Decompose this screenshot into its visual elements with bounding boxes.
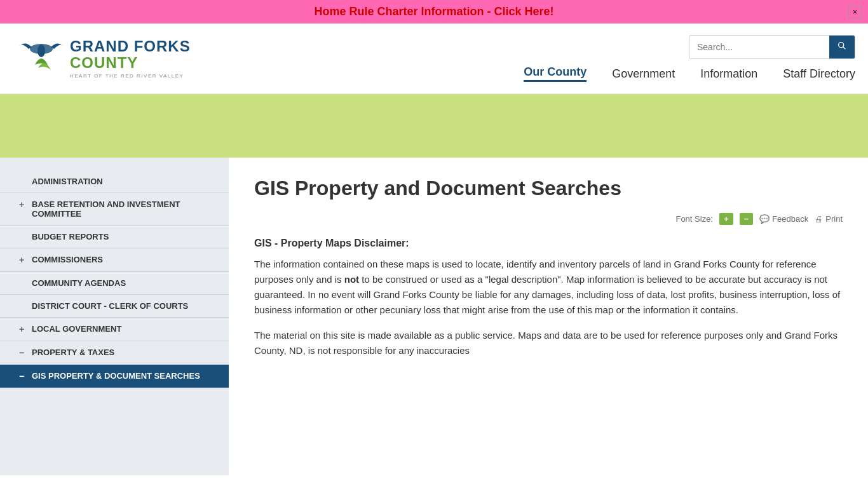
hero-banner xyxy=(0,94,868,158)
sidebar-toggle-property-taxes: − xyxy=(19,348,27,358)
search-bar xyxy=(689,35,855,59)
sidebar-label-administration: ADMINISTRATION xyxy=(32,177,103,186)
banner-link[interactable]: Home Rule Charter Information - Click He… xyxy=(314,5,553,18)
header-right: Our County Government Information Staff … xyxy=(524,35,855,82)
feedback-label: Feedback xyxy=(772,214,808,224)
content-paragraph-1: The information contained on these maps … xyxy=(254,257,843,318)
sidebar-item-base-retention[interactable]: + BASE RETENTION AND INVESTMENT COMMITTE… xyxy=(0,193,229,226)
main-layout: ADMINISTRATION + BASE RETENTION AND INVE… xyxy=(0,158,868,475)
banner-close-button[interactable]: × xyxy=(848,6,862,18)
sidebar-label-base-retention: BASE RETENTION AND INVESTMENT COMMITTEE xyxy=(32,200,216,219)
site-logo[interactable]: GRAND FORKS COUNTY HEART OF THE RED RIVE… xyxy=(13,30,191,87)
sidebar-label-district-court: DISTRICT COURT - CLERK OF COURTS xyxy=(32,301,188,311)
feedback-button[interactable]: 💬 Feedback xyxy=(759,214,808,224)
search-input[interactable] xyxy=(689,37,829,57)
sidebar-label-property-taxes: PROPERTY & TAXES xyxy=(32,348,114,357)
page-title: GIS Property and Document Searches xyxy=(254,177,843,200)
sidebar-label-gis-search: GIS Property & Document Searches xyxy=(32,371,200,381)
svg-line-3 xyxy=(843,46,845,49)
sidebar: ADMINISTRATION + BASE RETENTION AND INVE… xyxy=(0,158,229,475)
feedback-icon: 💬 xyxy=(759,214,770,224)
logo-line1: GRAND FORKS xyxy=(70,38,191,55)
nav-item-our-county[interactable]: Our County xyxy=(524,65,587,82)
sidebar-item-commissioners[interactable]: + COMMISSIONERS xyxy=(0,248,229,272)
sidebar-item-property-taxes[interactable]: − PROPERTY & TAXES xyxy=(0,341,229,365)
sidebar-item-budget-reports[interactable]: BUDGET REPORTS xyxy=(0,226,229,248)
print-icon: 🖨 xyxy=(815,214,823,224)
sidebar-toggle-local-government: + xyxy=(19,324,27,334)
content-area: GIS Property and Document Searches Font … xyxy=(229,158,868,475)
search-button[interactable] xyxy=(829,36,855,58)
sidebar-toggle-gis-search: − xyxy=(19,371,27,381)
sidebar-label-budget-reports: BUDGET REPORTS xyxy=(32,232,109,241)
font-controls: Font Size: + − 💬 Feedback 🖨 Print xyxy=(254,213,843,225)
print-label: Print xyxy=(825,214,843,224)
sidebar-item-community-agendas[interactable]: COMMUNITY AGENDAS xyxy=(0,272,229,295)
font-decrease-button[interactable]: − xyxy=(740,213,754,225)
sidebar-item-administration[interactable]: ADMINISTRATION xyxy=(0,170,229,193)
svg-point-1 xyxy=(37,44,45,57)
print-button[interactable]: 🖨 Print xyxy=(815,214,843,224)
nav-item-information[interactable]: Information xyxy=(700,67,757,81)
site-header: GRAND FORKS COUNTY HEART OF THE RED RIVE… xyxy=(0,24,868,94)
content-paragraph-2: The material on this site is made availa… xyxy=(254,328,843,358)
sidebar-toggle-commissioners: + xyxy=(19,255,27,265)
svg-rect-7 xyxy=(254,137,635,158)
font-increase-button[interactable]: + xyxy=(719,213,733,225)
announcement-banner: Home Rule Charter Information - Click He… xyxy=(0,0,868,24)
disclaimer-heading: GIS - Property Maps Disclaimer: xyxy=(254,238,843,249)
sidebar-item-district-court[interactable]: DISTRICT COURT - CLERK OF COURTS xyxy=(0,295,229,318)
svg-rect-4 xyxy=(0,94,868,158)
main-navigation: Our County Government Information Staff … xyxy=(524,65,855,82)
nav-item-government[interactable]: Government xyxy=(612,67,675,81)
logo-line2: COUNTY xyxy=(70,55,191,71)
logo-svg xyxy=(13,30,70,87)
sidebar-label-commissioners: COMMISSIONERS xyxy=(32,255,103,264)
nav-item-staff-directory[interactable]: Staff Directory xyxy=(783,67,855,81)
logo-tagline: HEART OF THE RED RIVER VALLEY xyxy=(70,73,191,79)
sidebar-label-local-government: LOCAL GOVERNMENT xyxy=(32,324,121,334)
sidebar-item-gis-search[interactable]: − GIS Property & Document Searches xyxy=(0,365,229,388)
font-size-label: Font Size: xyxy=(675,214,713,224)
logo-text-block: GRAND FORKS COUNTY HEART OF THE RED RIVE… xyxy=(70,38,191,79)
search-icon xyxy=(837,41,847,51)
sidebar-item-local-government[interactable]: + LOCAL GOVERNMENT xyxy=(0,318,229,341)
svg-rect-6 xyxy=(254,94,635,115)
svg-rect-5 xyxy=(254,94,635,158)
sidebar-label-community-agendas: COMMUNITY AGENDAS xyxy=(32,278,126,288)
hero-image xyxy=(0,94,868,158)
sidebar-toggle-base-retention: + xyxy=(19,200,27,210)
